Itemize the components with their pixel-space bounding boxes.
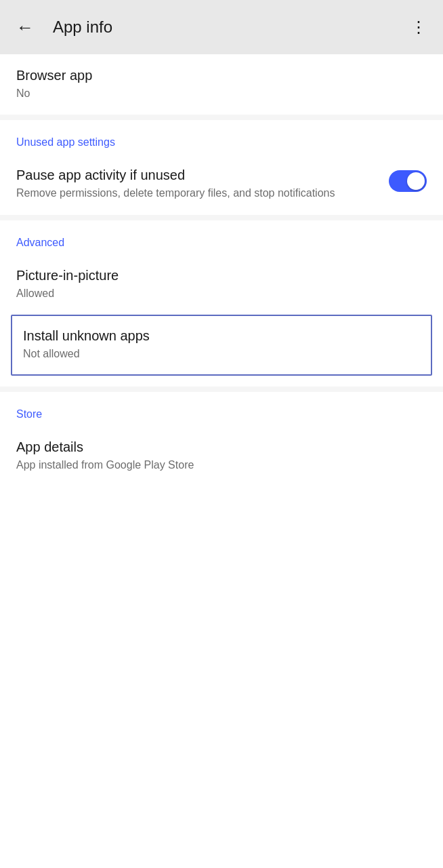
- pause-activity-text: Pause app activity if unused Remove perm…: [16, 167, 389, 201]
- pause-activity-description: Remove permissions, delete temporary fil…: [16, 186, 378, 201]
- pause-activity-title: Pause app activity if unused: [16, 167, 378, 183]
- browser-app-item[interactable]: Browser app No: [0, 54, 443, 115]
- toggle-thumb: [407, 172, 425, 190]
- picture-in-picture-item[interactable]: Picture-in-picture Allowed: [0, 254, 443, 315]
- divider-2: [0, 215, 443, 220]
- back-arrow-icon: ←: [16, 18, 34, 36]
- browser-app-title: Browser app: [16, 68, 427, 83]
- page-title: App info: [53, 18, 112, 37]
- more-options-icon: ⋮: [410, 18, 427, 37]
- store-label: Store: [16, 408, 42, 420]
- install-unknown-apps-value: Not allowed: [23, 347, 420, 361]
- app-details-title: App details: [16, 439, 427, 455]
- unused-settings-header: Unused app settings: [0, 120, 443, 154]
- picture-in-picture-value: Allowed: [16, 286, 427, 301]
- advanced-label: Advanced: [16, 237, 64, 248]
- pause-activity-item[interactable]: Pause app activity if unused Remove perm…: [0, 154, 443, 214]
- pause-activity-toggle[interactable]: [389, 170, 427, 192]
- back-button[interactable]: ←: [11, 13, 39, 41]
- app-bar: ← App info ⋮: [0, 0, 443, 54]
- unused-settings-label: Unused app settings: [16, 136, 115, 148]
- divider-3: [0, 387, 443, 392]
- spacer-1: [0, 376, 443, 387]
- app-details-item[interactable]: App details App installed from Google Pl…: [0, 426, 443, 486]
- more-options-button[interactable]: ⋮: [405, 12, 432, 42]
- store-header: Store: [0, 392, 443, 426]
- advanced-header: Advanced: [0, 220, 443, 254]
- install-unknown-apps-item[interactable]: Install unknown apps Not allowed: [11, 315, 432, 375]
- divider-1: [0, 115, 443, 120]
- app-details-value: App installed from Google Play Store: [16, 458, 427, 473]
- browser-app-value: No: [16, 86, 427, 101]
- install-unknown-apps-title: Install unknown apps: [23, 328, 420, 344]
- picture-in-picture-title: Picture-in-picture: [16, 268, 427, 283]
- toggle-track: [389, 170, 427, 192]
- content-area: Browser app No Unused app settings Pause…: [0, 54, 443, 486]
